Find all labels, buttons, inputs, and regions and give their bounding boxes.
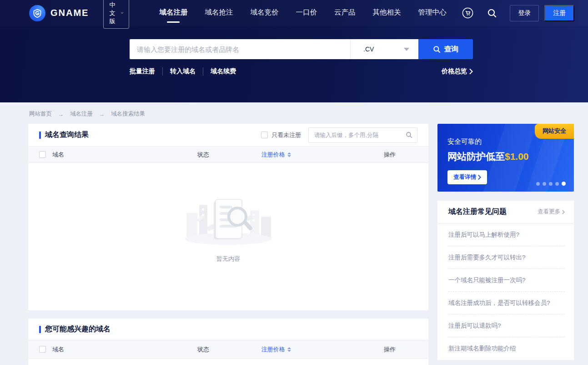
column-domain: 域名 — [52, 345, 64, 354]
results-filters: 只看未注册 — [261, 127, 417, 143]
login-button[interactable]: 登录 — [510, 5, 539, 21]
language-selector[interactable]: 中文版 — [103, 0, 129, 29]
empty-illustration — [178, 191, 278, 247]
carousel-dot[interactable] — [536, 182, 540, 186]
column-domain: 域名 — [52, 151, 64, 159]
chevron-down-icon — [121, 11, 123, 15]
chevron-right-icon — [469, 69, 473, 74]
only-unregistered-checkbox[interactable] — [261, 132, 268, 138]
interested-domains-panel: 您可能感兴趣的域名 域名 状态 注册价格 操作 — [28, 319, 428, 365]
domain-search-bar: .CV 查询 — [130, 39, 473, 59]
breadcrumb-separator: → — [58, 111, 64, 117]
select-all-checkbox[interactable] — [39, 151, 46, 158]
banner-cta-button[interactable]: 查看详情 — [447, 170, 487, 184]
faq-item[interactable]: 新注期域名删除功能介绍 — [448, 337, 565, 360]
sidebar: 网站安全 安全可靠的 网站防护低至$1.00 查看详情 域名注册常见问题 — [437, 124, 574, 365]
search-icon — [406, 132, 412, 138]
faq-view-more-link[interactable]: 查看更多 — [538, 208, 565, 216]
nav-item-domain-backorder[interactable]: 域名抢注 — [205, 4, 233, 23]
nav-item-domain-register[interactable]: 域名注册 — [159, 4, 187, 23]
suffix-filter-box — [308, 127, 417, 143]
sort-icon — [287, 152, 291, 157]
results-column: 域名查询结果 只看未注册 域名 状态 注册价格 — [28, 124, 428, 365]
top-navigation-bar: GNAME 中文版 域名注册 域名抢注 域名竞价 一口价 云产品 其他相关 管理… — [0, 0, 588, 26]
interest-panel-title: 您可能感兴趣的域名 — [39, 324, 111, 334]
faq-item[interactable]: 注册后可以退款吗? — [448, 314, 565, 337]
carousel-dots — [536, 182, 566, 186]
carousel-dot[interactable] — [549, 182, 553, 186]
site-header: GNAME 中文版 域名注册 域名抢注 域名竞价 一口价 云产品 其他相关 管理… — [0, 0, 588, 102]
chevron-down-icon — [404, 48, 409, 51]
tld-selected-value: .CV — [363, 46, 374, 53]
quick-link-transfer-in[interactable]: 转入域名 — [162, 67, 203, 76]
faq-item[interactable]: 注册后可以马上解析使用? — [448, 223, 565, 246]
website-security-banner[interactable]: 网站安全 安全可靠的 网站防护低至$1.00 查看详情 — [437, 124, 574, 192]
quick-links-row: 批量注册 转入域名 域名续费 价格总览 — [130, 67, 473, 76]
banner-price: $1.00 — [505, 151, 529, 162]
empty-state-text: 暂无内容 — [216, 255, 240, 263]
results-panel-header: 域名查询结果 只看未注册 — [28, 124, 428, 147]
search-icon[interactable] — [486, 7, 498, 19]
domain-search-input[interactable] — [130, 39, 350, 59]
quick-link-bulk-register[interactable]: 批量注册 — [130, 67, 162, 76]
language-label: 中文版 — [109, 1, 118, 25]
breadcrumb-separator: → — [99, 111, 105, 117]
nav-item-domain-auction[interactable]: 域名竞价 — [250, 4, 278, 23]
column-price-sort[interactable]: 注册价格 — [242, 151, 310, 159]
nav-item-others[interactable]: 其他相关 — [372, 4, 401, 23]
auth-buttons: 登录 注册 — [510, 5, 574, 21]
logo-g-icon — [29, 5, 45, 21]
domain-query-results-panel: 域名查询结果 只看未注册 域名 状态 注册价格 — [28, 124, 428, 310]
search-icon — [433, 46, 441, 53]
nav-item-buy-now[interactable]: 一口价 — [296, 4, 317, 23]
banner-subtitle: 安全可靠的 — [447, 137, 574, 146]
select-all-checkbox[interactable] — [39, 346, 46, 353]
faq-item[interactable]: 一个域名只能被注册一次吗? — [448, 269, 565, 292]
column-price-sort[interactable]: 注册价格 — [242, 345, 310, 354]
chevron-right-icon — [562, 210, 565, 214]
quick-link-domain-renewal[interactable]: 域名续费 — [203, 67, 243, 76]
breadcrumb-search-results[interactable]: 域名搜索结果 — [111, 110, 145, 118]
price-overview-link[interactable]: 价格总览 — [442, 67, 473, 76]
main-content: 域名查询结果 只看未注册 域名 状态 注册价格 — [0, 124, 588, 365]
column-action: 操作 — [351, 345, 428, 354]
faq-title: 域名注册常见问题 — [448, 207, 507, 217]
interest-panel-header: 您可能感兴趣的域名 — [28, 319, 428, 340]
banner-title: 网站防护低至$1.00 — [447, 150, 574, 163]
column-status: 状态 — [165, 151, 242, 159]
breadcrumb-domain-register[interactable]: 域名注册 — [70, 110, 93, 118]
faq-panel: 域名注册常见问题 查看更多 注册后可以马上解析使用? 注册后需要多久才可以转出?… — [437, 201, 574, 360]
empty-state: 暂无内容 — [28, 163, 428, 263]
topbar-icons — [462, 7, 498, 19]
column-status: 状态 — [165, 345, 242, 354]
results-table-header: 域名 状态 注册价格 操作 — [28, 147, 428, 163]
results-panel-title: 域名查询结果 — [39, 130, 89, 140]
search-button-label: 查询 — [444, 45, 459, 54]
column-action: 操作 — [351, 151, 428, 159]
register-button[interactable]: 注册 — [544, 5, 574, 21]
faq-item[interactable]: 域名注册成功后，是否可以转移会员? — [448, 292, 565, 314]
search-query-button[interactable]: 查询 — [418, 39, 473, 59]
interest-table-header: 域名 状态 注册价格 操作 — [28, 340, 428, 359]
breadcrumb-home[interactable]: 网站首页 — [29, 110, 52, 118]
breadcrumb: 网站首页 → 域名注册 → 域名搜索结果 — [0, 102, 588, 124]
banner-badge: 网站安全 — [535, 124, 574, 139]
logo-text: GNAME — [50, 8, 89, 18]
chevron-right-icon — [478, 175, 481, 180]
only-unregistered-label: 只看未注册 — [271, 131, 301, 139]
tld-dropdown[interactable]: .CV — [350, 39, 418, 59]
main-nav: 域名注册 域名抢注 域名竞价 一口价 云产品 其他相关 管理中心 — [159, 4, 446, 23]
carousel-dot-active[interactable] — [562, 182, 566, 186]
faq-list: 注册后可以马上解析使用? 注册后需要多久才可以转出? 一个域名只能被注册一次吗?… — [437, 223, 574, 360]
sort-icon — [287, 347, 291, 352]
gname-logo[interactable]: GNAME — [29, 5, 89, 21]
price-overview-label: 价格总览 — [442, 67, 467, 76]
faq-item[interactable]: 注册后需要多久才可以转出? — [448, 246, 565, 269]
nav-item-cloud-products[interactable]: 云产品 — [334, 4, 356, 23]
carousel-dot[interactable] — [543, 182, 546, 186]
faq-header: 域名注册常见问题 查看更多 — [437, 201, 574, 223]
carousel-dot[interactable] — [555, 182, 559, 186]
suffix-filter-input[interactable] — [314, 132, 406, 138]
cart-icon[interactable] — [462, 7, 473, 19]
nav-item-management-center[interactable]: 管理中心 — [418, 4, 446, 23]
